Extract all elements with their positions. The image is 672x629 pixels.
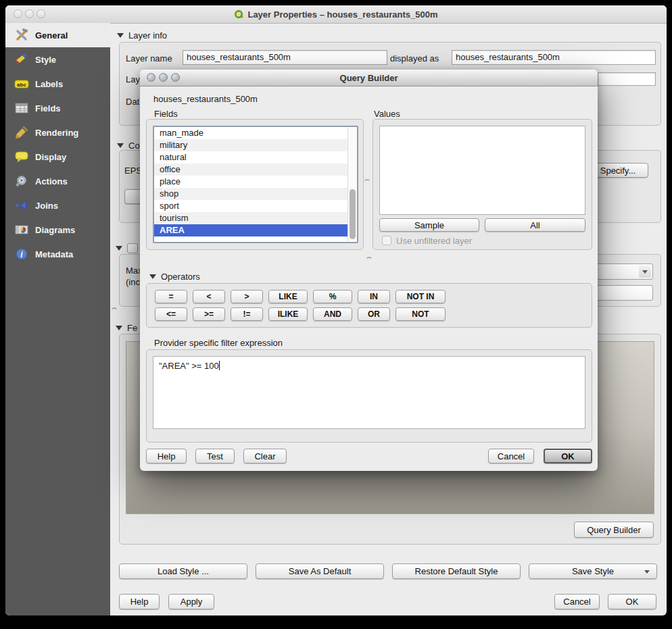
cancel-button[interactable]: Cancel — [554, 594, 600, 609]
field-list-item[interactable]: shop — [154, 188, 357, 200]
sidebar-item-label: General — [35, 30, 68, 41]
sidebar-item-labels[interactable]: abc Labels — [5, 72, 110, 96]
main-titlebar: Layer Properties – houses_restaurants_50… — [5, 5, 667, 24]
use-unfiltered-checkbox[interactable] — [382, 236, 391, 245]
help-button[interactable]: Help — [119, 594, 160, 609]
displayed-as-label: displayed as — [390, 53, 439, 64]
dialog-title: Query Builder — [140, 70, 598, 86]
operator-lte-button[interactable]: <= — [155, 307, 187, 321]
operator-ilike-button[interactable]: ILIKE — [268, 307, 308, 321]
sidebar: General Style abc Labels — [5, 23, 110, 615]
operators-header[interactable]: Operators — [149, 272, 200, 282]
field-list-item[interactable]: military — [154, 139, 357, 151]
sidebar-item-display[interactable]: Display — [5, 145, 110, 169]
field-list-item-selected[interactable]: AREA — [154, 224, 357, 236]
sidebar-item-fields[interactable]: Fields — [5, 96, 110, 120]
query-builder-button[interactable]: Query Builder — [574, 522, 654, 538]
sidebar-item-label: Style — [35, 55, 56, 65]
operator-like-button[interactable]: LIKE — [268, 290, 308, 303]
filter-expression-textarea[interactable]: "AREA" >= 100 — [153, 356, 585, 429]
sidebar-item-label: Joins — [35, 201, 58, 211]
operator-not-button[interactable]: NOT — [395, 307, 446, 321]
sidebar-item-actions[interactable]: Actions — [5, 169, 110, 193]
values-list[interactable] — [379, 126, 585, 215]
save-style-button[interactable]: Save Style — [529, 563, 657, 579]
field-list-item[interactable]: natural — [154, 151, 357, 163]
scale-field[interactable] — [592, 285, 653, 301]
dialog-clear-button[interactable]: Clear — [243, 449, 287, 463]
filter-expression-text: "AREA" >= 100 — [159, 361, 219, 371]
save-style-label: Save Style — [572, 566, 614, 576]
displayed-as-input[interactable]: houses_restaurants_500m — [452, 50, 656, 65]
sidebar-item-joins[interactable]: Joins — [5, 193, 110, 218]
screenshot-stage: Layer Properties – houses_restaurants_50… — [0, 0, 672, 629]
field-list-item[interactable]: sport — [154, 200, 357, 212]
metadata-info-icon: i — [14, 246, 30, 262]
load-style-button[interactable]: Load Style ... — [119, 563, 247, 579]
labels-abc-tag-icon: abc — [14, 76, 30, 92]
scale-visibility-checkbox[interactable] — [127, 243, 138, 253]
sidebar-item-metadata[interactable]: i Metadata — [5, 242, 110, 266]
sidebar-item-general[interactable]: General — [5, 23, 110, 47]
collapse-triangle-icon — [116, 326, 122, 330]
data-source-label-truncated: Dat — [126, 97, 139, 107]
save-style-dropdown-arrow-icon — [644, 570, 650, 574]
diagrams-chart-icon — [14, 222, 30, 238]
collapse-triangle-icon — [117, 143, 124, 148]
style-paintbrush-icon — [14, 51, 30, 68]
layer-source-input-partial[interactable] — [598, 72, 656, 86]
dialog-ok-button[interactable]: OK — [544, 449, 592, 463]
rendering-broom-icon — [14, 124, 30, 141]
operator-in-button[interactable]: IN — [358, 290, 390, 303]
restore-default-style-button[interactable]: Restore Default Style — [392, 563, 521, 579]
field-list-item[interactable]: place — [154, 176, 357, 188]
fields-scrollbar[interactable] — [347, 128, 357, 241]
layer-name-label: Layer name — [126, 53, 172, 64]
qgis-app-icon — [234, 9, 244, 20]
sidebar-item-rendering[interactable]: Rendering — [5, 120, 110, 145]
dialog-titlebar: Query Builder — [140, 70, 598, 86]
fields-table-icon — [14, 100, 30, 116]
operator-equals-button[interactable]: = — [155, 290, 187, 303]
field-list-item[interactable]: man_made — [154, 127, 357, 139]
operator-not-in-button[interactable]: NOT IN — [395, 290, 446, 303]
apply-button[interactable]: Apply — [168, 594, 214, 609]
window-title-area: Layer Properties – houses_restaurants_50… — [5, 5, 667, 23]
operator-gt-button[interactable]: > — [231, 290, 263, 303]
sidebar-item-label: Fields — [35, 103, 61, 114]
dialog-test-button[interactable]: Test — [195, 449, 235, 463]
general-tools-icon — [14, 27, 30, 43]
all-button[interactable]: All — [485, 218, 585, 232]
scale-visibility-header[interactable] — [116, 243, 138, 253]
dialog-help-button[interactable]: Help — [146, 449, 187, 463]
fields-scrollbar-thumb[interactable] — [350, 189, 356, 239]
crs-header[interactable]: Co — [117, 141, 140, 151]
fields-label: Fields — [154, 109, 178, 119]
splitter-handle-icon[interactable] — [112, 307, 117, 312]
sidebar-item-label: Diagrams — [35, 225, 75, 235]
save-as-default-button[interactable]: Save As Default — [256, 563, 384, 579]
operator-or-button[interactable]: OR — [358, 307, 390, 321]
layer-info-header[interactable]: Layer info — [117, 30, 167, 41]
actions-gear-icon — [14, 173, 30, 189]
ok-button[interactable]: OK — [608, 594, 656, 609]
sidebar-item-label: Actions — [35, 176, 68, 186]
layer-name-input[interactable]: houses_restaurants_500m — [183, 50, 387, 65]
fields-list: man_made military natural office place s… — [153, 126, 358, 243]
operator-lt-button[interactable]: < — [193, 290, 225, 303]
operator-percent-button[interactable]: % — [313, 290, 352, 303]
sidebar-item-diagrams[interactable]: Diagrams — [5, 218, 110, 242]
sidebar-item-style[interactable]: Style — [5, 47, 110, 72]
operator-gte-button[interactable]: >= — [193, 307, 225, 321]
operator-neq-button[interactable]: != — [231, 307, 263, 321]
feature-subset-header[interactable]: Fe — [116, 323, 137, 333]
scale-combobox[interactable] — [588, 263, 653, 280]
splitter-handle-icon[interactable] — [364, 179, 370, 184]
dialog-cancel-button[interactable]: Cancel — [488, 449, 534, 463]
splitter-handle-icon[interactable] — [366, 257, 372, 261]
field-list-item[interactable]: tourism — [154, 212, 357, 224]
sample-button[interactable]: Sample — [379, 218, 479, 232]
sidebar-item-label: Rendering — [35, 128, 78, 138]
field-list-item[interactable]: office — [154, 163, 357, 176]
operator-and-button[interactable]: AND — [313, 307, 352, 321]
